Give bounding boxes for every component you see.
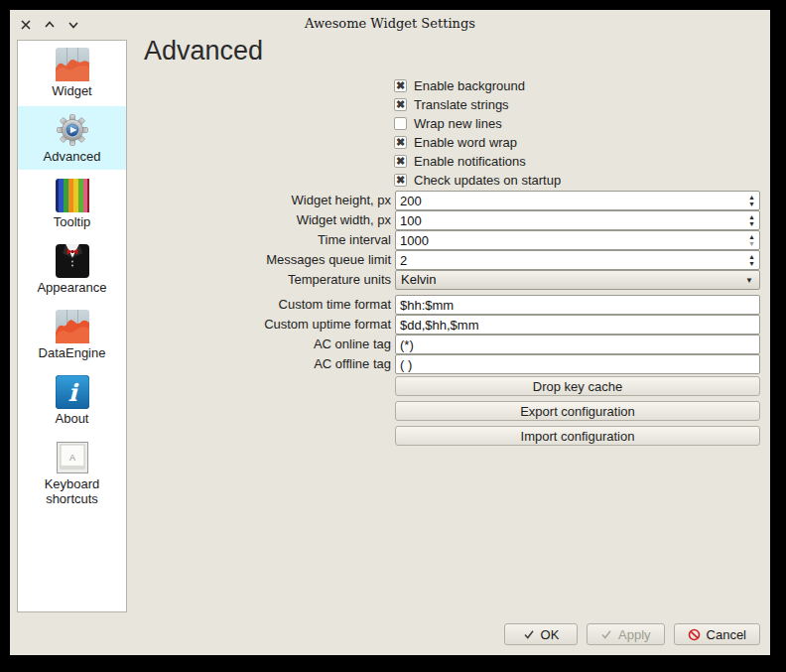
check-mark-icon (395, 117, 406, 130)
ac-online-tag-input[interactable] (395, 335, 760, 354)
sidebar-item-label: About (56, 411, 89, 426)
field-label: AC online tag (314, 335, 391, 354)
temperature-units-dropdown[interactable]: Kelvin ▼ (395, 270, 760, 290)
drop-key-cache-button[interactable]: Drop key cache (395, 376, 760, 396)
field-label: Widget height, px (292, 191, 391, 210)
time-interval-spinner[interactable] (395, 230, 760, 250)
checkbox-label: Enable background (414, 78, 525, 93)
dialog-footer: OK Apply Cancel (504, 623, 760, 645)
field-label: Custom uptime format (264, 315, 391, 335)
spinner-arrows-icon[interactable]: ▲▼ (748, 233, 755, 247)
checkbox-translate-strings[interactable]: ✖ Translate strings (394, 95, 760, 114)
text-settings-section: Custom time format Custom uptime format … (10, 295, 760, 374)
checkbox-enable-background[interactable]: ✖ Enable background (394, 76, 760, 95)
apply-button[interactable]: Apply (587, 623, 665, 645)
window-title: Awesome Widget Settings (10, 16, 770, 31)
form-row: AC offline tag (10, 354, 760, 374)
spinner-arrows-icon[interactable]: ▲▼ (748, 194, 755, 207)
check-mark-icon: ✖ (395, 98, 406, 111)
checkbox-label: Enable word wrap (414, 135, 517, 150)
cancel-button[interactable]: Cancel (674, 623, 760, 645)
field-label: Temperature units (288, 270, 391, 290)
sidebar-item-label: Advanced (44, 149, 101, 164)
chevron-down-icon: ▼ (745, 271, 753, 291)
gear-icon (56, 113, 89, 147)
sidebar-item-widget[interactable]: Widget (18, 41, 126, 104)
checkbox-label: Enable notifications (414, 154, 526, 169)
form-row: Widget width, px ▲▼ (10, 210, 760, 230)
desktop: { "window": { "title": "Awesome Widget S… (0, 0, 786, 672)
form-row: Messages queue limit ▲▼ (10, 250, 760, 270)
form-row: Custom time format (10, 295, 760, 315)
field-label: Time interval (318, 230, 391, 250)
numeric-settings-section: Widget height, px ▲▼ Widget width, px ▲▼… (10, 191, 760, 290)
sidebar-item-advanced[interactable]: Advanced (18, 106, 126, 170)
checkbox-label: Wrap new lines (414, 116, 502, 131)
widget-width-spinner[interactable] (395, 210, 760, 230)
form-row: Temperature units Kelvin ▼ (10, 270, 760, 290)
keyboard-key-icon: A (56, 441, 89, 474)
check-icon (600, 628, 612, 640)
checkbox-box: ✖ (394, 98, 407, 111)
field-label: Messages queue limit (266, 250, 391, 270)
cancel-no-icon (688, 628, 701, 641)
checkbox-box: ✖ (394, 136, 407, 149)
export-configuration-button[interactable]: Export configuration (395, 401, 760, 421)
checkbox-box: ✖ (394, 79, 407, 92)
info-icon: i (56, 375, 89, 409)
field-label: Widget width, px (297, 210, 391, 230)
field-label: AC offline tag (314, 354, 391, 374)
import-configuration-button[interactable]: Import configuration (395, 426, 760, 446)
sidebar-item-label: Widget (52, 83, 91, 98)
checkbox-box (394, 117, 407, 130)
page-title: Advanced (144, 36, 263, 67)
sidebar-item-about[interactable]: i About (18, 368, 126, 432)
form-row: Custom uptime format (10, 315, 760, 335)
check-icon (523, 628, 535, 640)
check-mark-icon: ✖ (395, 79, 406, 92)
ok-button-label: OK (541, 627, 560, 642)
checkbox-label: Translate strings (414, 97, 509, 112)
widget-height-spinner[interactable] (395, 191, 760, 210)
messages-queue-limit-spinner[interactable] (395, 250, 760, 270)
spinner-arrows-icon[interactable]: ▲▼ (748, 253, 755, 267)
custom-uptime-format-input[interactable] (395, 315, 760, 335)
checkbox-label: Check updates on startup (414, 173, 561, 188)
ac-offline-tag-input[interactable] (395, 354, 760, 374)
titlebar: Awesome Widget Settings (10, 10, 770, 38)
form-row: Widget height, px ▲▼ (10, 191, 760, 210)
checkbox-enable-word-wrap[interactable]: ✖ Enable word wrap (394, 133, 760, 152)
field-label: Custom time format (279, 295, 391, 315)
sidebar-item-label: Keyboard shortcuts (20, 476, 124, 506)
checkbox-box: ✖ (394, 174, 407, 187)
cancel-button-label: Cancel (707, 627, 746, 642)
dropdown-value: Kelvin (401, 272, 436, 287)
action-buttons: Drop key cache Export configuration Impo… (395, 376, 760, 451)
check-mark-icon: ✖ (395, 155, 406, 168)
form-row: Time interval ▲▼ (10, 230, 760, 250)
checkbox-wrap-new-lines[interactable]: Wrap new lines (394, 114, 760, 133)
spinner-arrows-icon[interactable]: ▲▼ (748, 213, 755, 227)
svg-text:A: A (68, 453, 74, 463)
settings-window: Awesome Widget Settings Widg (10, 10, 770, 655)
check-mark-icon: ✖ (395, 136, 406, 149)
check-mark-icon: ✖ (395, 174, 406, 187)
widget-area-chart-icon (56, 48, 89, 81)
checkbox-check-updates-on-startup[interactable]: ✖ Check updates on startup (394, 171, 760, 190)
ok-button[interactable]: OK (504, 623, 578, 645)
checkbox-enable-notifications[interactable]: ✖ Enable notifications (394, 152, 760, 171)
custom-time-format-input[interactable] (395, 295, 760, 315)
apply-button-label: Apply (618, 627, 651, 642)
sidebar-item-keyboard-shortcuts[interactable]: A Keyboard shortcuts (18, 434, 126, 512)
checkbox-group: ✖ Enable background ✖ Translate strings … (394, 76, 760, 190)
form-row: AC online tag (10, 335, 760, 354)
checkbox-box: ✖ (394, 155, 407, 168)
